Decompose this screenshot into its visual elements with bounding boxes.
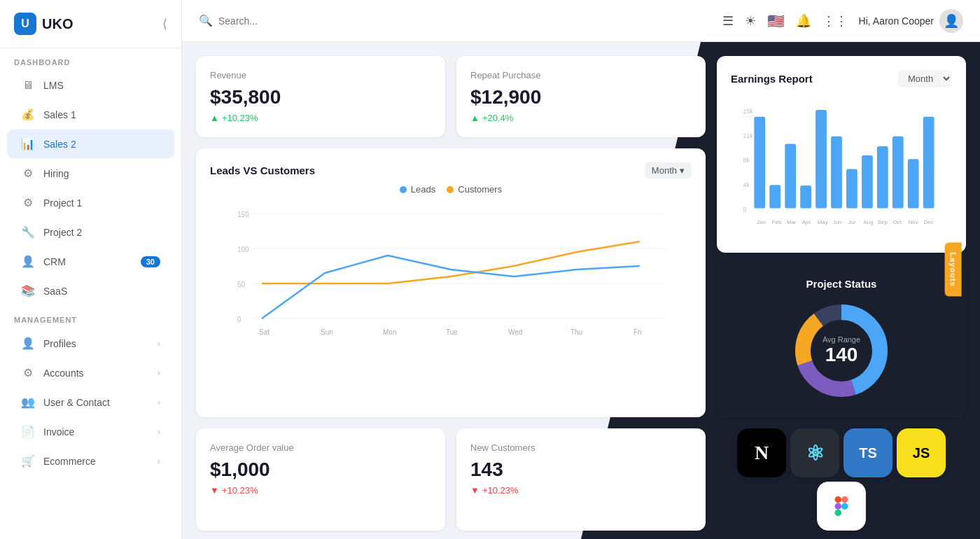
svg-rect-14 (892, 136, 904, 209)
hiring-icon: ⚙ (21, 167, 35, 180)
sidebar-item-hiring[interactable]: ⚙ Hiring (7, 159, 174, 188)
leads-header: Leads VS Customers Month ▾ (210, 162, 692, 178)
project-title: Project Status (806, 278, 877, 290)
sales2-icon: 📊 (21, 137, 35, 150)
greeting-text: Hi, Aaron Cooper (859, 15, 934, 27)
section-label-dashboard: DASHBOARD (0, 48, 181, 71)
react-icon: ⚛ (790, 428, 839, 477)
svg-text:Wed: Wed (508, 328, 522, 336)
leads-chart-card: Leads VS Customers Month ▾ Leads Custome… (196, 148, 706, 417)
sidebar-item-label: Invoice (43, 426, 74, 438)
svg-text:Feb: Feb (772, 219, 782, 225)
bell-icon[interactable]: 🔔 (796, 13, 811, 29)
svg-text:Dec: Dec (924, 219, 934, 225)
sidebar-item-sales1[interactable]: 💰 Sales 1 (7, 100, 174, 129)
sidebar-item-label: Hiring (43, 168, 69, 179)
sidebar-item-project1[interactable]: ⚙ Project 1 (7, 188, 174, 217)
sidebar-item-crm[interactable]: 👤 CRM 30 (7, 247, 174, 276)
svg-text:Nov: Nov (909, 219, 918, 225)
svg-rect-10 (831, 136, 842, 209)
stat-card-customers: New Customers 143 ▼ +10.23% (456, 428, 706, 531)
svg-text:4k: 4k (743, 181, 750, 188)
stat-label: New Customers (470, 442, 692, 453)
section-label-management: MANAGEMENT (0, 306, 181, 328)
sidebar-item-label: Sales 2 (43, 139, 76, 150)
chevron-down-icon: ▾ (680, 165, 685, 176)
earnings-header: Earnings Report Month Year Week (731, 70, 952, 88)
leads-legend: Leads Customers (210, 184, 692, 195)
nav-section-management: MANAGEMENT 👤 Profiles › ⚙ Accounts › 👥 U… (0, 306, 181, 476)
stat-change: ▲ +10.23% (210, 113, 431, 123)
menu-icon[interactable]: ☰ (722, 13, 734, 29)
svg-rect-51 (835, 510, 842, 516)
collapse-button[interactable]: ⟨ (162, 16, 167, 31)
stat-change: ▲ +20.4% (470, 113, 692, 123)
arrow-up-icon: ▲ (470, 113, 479, 123)
sidebar-item-accounts[interactable]: ⚙ Accounts › (7, 358, 174, 387)
layouts-tab[interactable]: Layouts (944, 242, 961, 296)
stat-label: Average Order value (210, 442, 431, 453)
app-name: UKO (42, 16, 73, 32)
donut-center: Avg Range 140 (822, 335, 860, 366)
sidebar-item-label: Project 1 (43, 197, 82, 209)
svg-text:Sat: Sat (259, 328, 270, 336)
sales1-icon: 💰 (21, 108, 35, 121)
grid-icon[interactable]: ⋮⋮ (822, 13, 848, 29)
svg-text:Oct: Oct (893, 219, 902, 225)
logo: U UKO (14, 13, 73, 35)
month-select[interactable]: Month Year Week (898, 70, 952, 88)
svg-text:Sep: Sep (878, 219, 888, 225)
sidebar-item-label: Accounts (43, 368, 84, 379)
svg-rect-12 (862, 155, 873, 208)
sidebar: U UKO ⟨ DASHBOARD 🖥 LMS 💰 Sales 1 📊 Sale… (0, 0, 182, 539)
change-text: +10.23% (222, 485, 258, 496)
svg-rect-13 (877, 146, 888, 209)
sidebar-item-sales2[interactable]: 📊 Sales 2 (7, 130, 174, 158)
sidebar-item-saas[interactable]: 📚 SaaS (7, 276, 174, 305)
search-bar: 🔍 (199, 14, 409, 27)
leads-dot (400, 186, 407, 193)
user-greeting[interactable]: Hi, Aaron Cooper 👤 (859, 9, 963, 33)
chevron-right-icon: › (158, 368, 160, 378)
legend-label: Customers (458, 184, 502, 195)
search-icon: 🔍 (199, 14, 213, 27)
sidebar-item-project2[interactable]: 🔧 Project 2 (7, 218, 174, 246)
line-chart: 150 100 50 0 Sat Sun Mon Tue Wed Thu (210, 203, 692, 343)
svg-rect-50 (835, 503, 842, 510)
sidebar-item-ecommerce[interactable]: 🛒 Ecommerce › (7, 447, 174, 475)
sidebar-item-label: User & Contact (43, 397, 110, 408)
stat-value: $35,800 (210, 86, 431, 108)
crm-badge: 30 (141, 256, 160, 267)
svg-text:100: 100 (237, 246, 249, 253)
javascript-icon: JS (897, 428, 946, 477)
flag-icon[interactable]: 🇺🇸 (767, 13, 785, 29)
customers-dot (447, 186, 454, 193)
svg-text:Sun: Sun (321, 328, 333, 336)
svg-rect-48 (835, 496, 842, 503)
sidebar-item-profiles[interactable]: 👤 Profiles › (7, 329, 174, 358)
main-area: 🔍 ☰ ☀ 🇺🇸 🔔 ⋮⋮ Hi, Aaron Cooper 👤 Revenue… (182, 0, 980, 539)
invoice-icon: 📄 (21, 425, 35, 438)
sidebar-item-user-contact[interactable]: 👥 User & Contact › (7, 388, 174, 416)
search-input[interactable] (218, 15, 409, 27)
change-text: +10.23% (482, 485, 519, 496)
project-status-card: Project Status Avg Range 140 (717, 264, 966, 417)
legend-leads: Leads (400, 184, 435, 195)
logo-icon: U (14, 13, 36, 35)
sidebar-item-invoice[interactable]: 📄 Invoice › (7, 417, 174, 446)
svg-text:0: 0 (237, 316, 241, 323)
profiles-icon: 👤 (21, 337, 35, 350)
svg-rect-11 (846, 169, 858, 208)
svg-text:Jul: Jul (848, 219, 855, 225)
svg-text:Jan: Jan (757, 219, 766, 225)
stat-value: $1,000 (210, 458, 431, 481)
month-dropdown[interactable]: Month ▾ (645, 162, 692, 178)
saas-icon: 📚 (21, 284, 35, 298)
stat-label: Revenue (210, 70, 431, 80)
tech-icons-row: N ⚛ TS JS (717, 428, 966, 531)
arrow-down-icon: ▼ (210, 485, 219, 496)
svg-rect-6 (769, 185, 780, 208)
sun-icon[interactable]: ☀ (745, 13, 756, 29)
stat-change: ▼ +10.23% (470, 485, 692, 496)
sidebar-item-lms[interactable]: 🖥 LMS (7, 71, 174, 99)
